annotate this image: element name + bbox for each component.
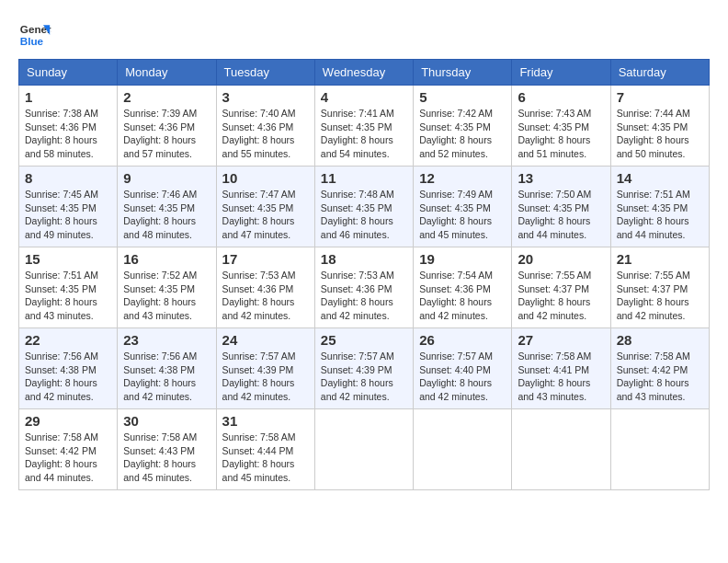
- day-detail: Sunrise: 7:58 AMSunset: 4:42 PMDaylight:…: [617, 350, 703, 404]
- calendar-cell: 21Sunrise: 7:55 AMSunset: 4:37 PMDayligh…: [610, 247, 709, 328]
- day-number: 31: [222, 413, 309, 429]
- calendar-cell: 31Sunrise: 7:58 AMSunset: 4:44 PMDayligh…: [216, 409, 314, 490]
- svg-text:Blue: Blue: [20, 35, 44, 47]
- calendar-cell: 23Sunrise: 7:56 AMSunset: 4:38 PMDayligh…: [118, 328, 216, 409]
- calendar-cell: 7Sunrise: 7:44 AMSunset: 4:35 PMDaylight…: [610, 86, 709, 167]
- calendar-cell: 13Sunrise: 7:50 AMSunset: 4:35 PMDayligh…: [512, 167, 610, 247]
- day-number: 11: [321, 170, 407, 186]
- calendar-cell: 30Sunrise: 7:58 AMSunset: 4:43 PMDayligh…: [118, 409, 216, 490]
- day-detail: Sunrise: 7:46 AMSunset: 4:35 PMDaylight:…: [123, 188, 210, 242]
- day-detail: Sunrise: 7:57 AMSunset: 4:39 PMDaylight:…: [222, 350, 309, 404]
- day-number: 26: [419, 332, 506, 348]
- calendar-cell: 4Sunrise: 7:41 AMSunset: 4:35 PMDaylight…: [314, 86, 413, 167]
- day-detail: Sunrise: 7:49 AMSunset: 4:35 PMDaylight:…: [419, 188, 506, 242]
- calendar-cell: 11Sunrise: 7:48 AMSunset: 4:35 PMDayligh…: [314, 167, 413, 247]
- day-number: 9: [123, 170, 210, 186]
- day-detail: Sunrise: 7:57 AMSunset: 4:40 PMDaylight:…: [419, 350, 506, 404]
- day-detail: Sunrise: 7:38 AMSunset: 4:36 PMDaylight:…: [25, 107, 111, 161]
- day-detail: Sunrise: 7:58 AMSunset: 4:44 PMDaylight:…: [222, 431, 309, 485]
- day-detail: Sunrise: 7:58 AMSunset: 4:43 PMDaylight:…: [123, 431, 210, 485]
- col-header-wednesday: Wednesday: [314, 60, 413, 86]
- calendar-cell: 2Sunrise: 7:39 AMSunset: 4:36 PMDaylight…: [118, 86, 216, 167]
- calendar-cell: [610, 409, 709, 490]
- day-detail: Sunrise: 7:42 AMSunset: 4:35 PMDaylight:…: [419, 107, 506, 161]
- day-number: 13: [518, 170, 604, 186]
- header-row: SundayMondayTuesdayWednesdayThursdayFrid…: [19, 60, 710, 86]
- calendar-cell: 24Sunrise: 7:57 AMSunset: 4:39 PMDayligh…: [216, 328, 314, 409]
- day-number: 18: [321, 251, 407, 267]
- day-number: 29: [25, 413, 111, 429]
- day-number: 5: [419, 89, 506, 105]
- calendar-cell: 28Sunrise: 7:58 AMSunset: 4:42 PMDayligh…: [610, 328, 709, 409]
- week-row-1: 1Sunrise: 7:38 AMSunset: 4:36 PMDaylight…: [19, 86, 710, 167]
- day-number: 16: [123, 251, 210, 267]
- calendar-cell: 1Sunrise: 7:38 AMSunset: 4:36 PMDaylight…: [19, 86, 118, 167]
- day-detail: Sunrise: 7:53 AMSunset: 4:36 PMDaylight:…: [321, 269, 407, 323]
- day-detail: Sunrise: 7:58 AMSunset: 4:42 PMDaylight:…: [25, 431, 111, 485]
- calendar-cell: [512, 409, 610, 490]
- day-detail: Sunrise: 7:44 AMSunset: 4:35 PMDaylight:…: [617, 107, 703, 161]
- day-detail: Sunrise: 7:48 AMSunset: 4:35 PMDaylight:…: [321, 188, 407, 242]
- day-detail: Sunrise: 7:53 AMSunset: 4:36 PMDaylight:…: [222, 269, 309, 323]
- day-number: 14: [617, 170, 703, 186]
- calendar-cell: 16Sunrise: 7:52 AMSunset: 4:35 PMDayligh…: [118, 247, 216, 328]
- day-number: 12: [419, 170, 506, 186]
- day-detail: Sunrise: 7:57 AMSunset: 4:39 PMDaylight:…: [321, 350, 407, 404]
- day-detail: Sunrise: 7:47 AMSunset: 4:35 PMDaylight:…: [222, 188, 309, 242]
- day-number: 24: [222, 332, 309, 348]
- calendar-cell: 5Sunrise: 7:42 AMSunset: 4:35 PMDaylight…: [414, 86, 512, 167]
- page-container: General Blue SundayMondayTuesdayWednesda…: [18, 18, 710, 490]
- day-number: 23: [123, 332, 210, 348]
- calendar-cell: 25Sunrise: 7:57 AMSunset: 4:39 PMDayligh…: [314, 328, 413, 409]
- day-number: 25: [321, 332, 407, 348]
- calendar-cell: 26Sunrise: 7:57 AMSunset: 4:40 PMDayligh…: [414, 328, 512, 409]
- day-number: 20: [518, 251, 604, 267]
- day-detail: Sunrise: 7:50 AMSunset: 4:35 PMDaylight:…: [518, 188, 604, 242]
- calendar-cell: 14Sunrise: 7:51 AMSunset: 4:35 PMDayligh…: [610, 167, 709, 247]
- calendar-cell: 29Sunrise: 7:58 AMSunset: 4:42 PMDayligh…: [19, 409, 118, 490]
- day-number: 3: [222, 89, 309, 105]
- calendar-cell: [314, 409, 413, 490]
- day-number: 28: [617, 332, 703, 348]
- day-detail: Sunrise: 7:51 AMSunset: 4:35 PMDaylight:…: [617, 188, 703, 242]
- calendar-cell: 27Sunrise: 7:58 AMSunset: 4:41 PMDayligh…: [512, 328, 610, 409]
- calendar-cell: 9Sunrise: 7:46 AMSunset: 4:35 PMDaylight…: [118, 167, 216, 247]
- day-number: 22: [25, 332, 111, 348]
- day-number: 21: [617, 251, 703, 267]
- day-detail: Sunrise: 7:58 AMSunset: 4:41 PMDaylight:…: [518, 350, 604, 404]
- calendar-cell: 20Sunrise: 7:55 AMSunset: 4:37 PMDayligh…: [512, 247, 610, 328]
- day-detail: Sunrise: 7:40 AMSunset: 4:36 PMDaylight:…: [222, 107, 309, 161]
- col-header-thursday: Thursday: [414, 60, 512, 86]
- day-detail: Sunrise: 7:45 AMSunset: 4:35 PMDaylight:…: [25, 188, 111, 242]
- day-number: 30: [123, 413, 210, 429]
- day-number: 19: [419, 251, 506, 267]
- day-detail: Sunrise: 7:56 AMSunset: 4:38 PMDaylight:…: [123, 350, 210, 404]
- week-row-5: 29Sunrise: 7:58 AMSunset: 4:42 PMDayligh…: [19, 409, 710, 490]
- col-header-monday: Monday: [118, 60, 216, 86]
- calendar-cell: 18Sunrise: 7:53 AMSunset: 4:36 PMDayligh…: [314, 247, 413, 328]
- calendar-cell: 6Sunrise: 7:43 AMSunset: 4:35 PMDaylight…: [512, 86, 610, 167]
- day-number: 4: [321, 89, 407, 105]
- calendar-cell: 3Sunrise: 7:40 AMSunset: 4:36 PMDaylight…: [216, 86, 314, 167]
- day-detail: Sunrise: 7:56 AMSunset: 4:38 PMDaylight:…: [25, 350, 111, 404]
- col-header-sunday: Sunday: [19, 60, 118, 86]
- day-number: 7: [617, 89, 703, 105]
- header: General Blue: [18, 18, 710, 52]
- day-detail: Sunrise: 7:43 AMSunset: 4:35 PMDaylight:…: [518, 107, 604, 161]
- day-number: 10: [222, 170, 309, 186]
- logo: General Blue: [18, 18, 51, 52]
- col-header-tuesday: Tuesday: [216, 60, 314, 86]
- calendar-cell: 15Sunrise: 7:51 AMSunset: 4:35 PMDayligh…: [19, 247, 118, 328]
- calendar-cell: [414, 409, 512, 490]
- day-number: 6: [518, 89, 604, 105]
- calendar-cell: 17Sunrise: 7:53 AMSunset: 4:36 PMDayligh…: [216, 247, 314, 328]
- day-number: 8: [25, 170, 111, 186]
- day-number: 27: [518, 332, 604, 348]
- day-number: 2: [123, 89, 210, 105]
- col-header-friday: Friday: [512, 60, 610, 86]
- col-header-saturday: Saturday: [610, 60, 709, 86]
- day-detail: Sunrise: 7:55 AMSunset: 4:37 PMDaylight:…: [617, 269, 703, 323]
- logo-icon: General Blue: [18, 18, 51, 52]
- calendar-cell: 12Sunrise: 7:49 AMSunset: 4:35 PMDayligh…: [414, 167, 512, 247]
- day-number: 15: [25, 251, 111, 267]
